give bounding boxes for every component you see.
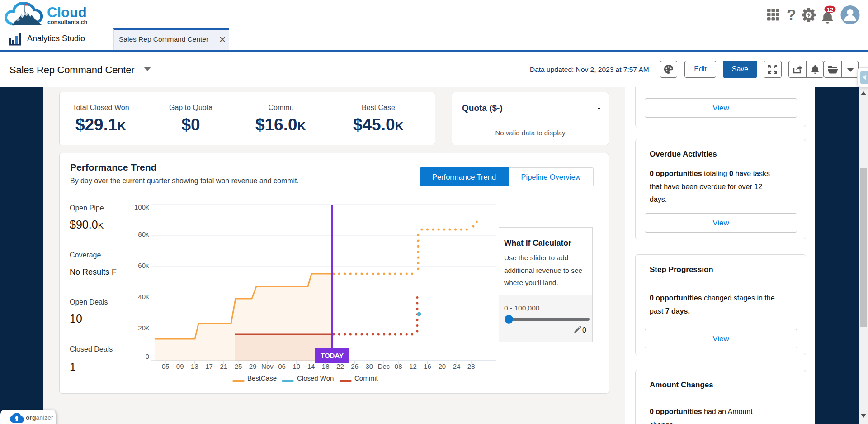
svg-text:26: 26 xyxy=(351,362,359,370)
svg-text:25: 25 xyxy=(235,362,242,370)
svg-text:08: 08 xyxy=(395,362,402,370)
svg-text:10: 10 xyxy=(292,362,300,370)
svg-text:80K: 80K xyxy=(138,230,149,238)
svg-text:12: 12 xyxy=(827,6,833,13)
svg-text:09: 09 xyxy=(176,362,184,370)
svg-text:12: 12 xyxy=(409,362,417,370)
svg-text:28: 28 xyxy=(467,362,475,370)
svg-text:TODAY: TODAY xyxy=(321,352,344,359)
svg-text:06: 06 xyxy=(278,362,286,370)
svg-text:Nov: Nov xyxy=(261,362,274,370)
svg-text:22: 22 xyxy=(336,362,344,370)
svg-text:20K: 20K xyxy=(138,324,149,332)
svg-text:21: 21 xyxy=(220,362,227,370)
svg-text:100K: 100K xyxy=(134,203,149,211)
svg-text:29: 29 xyxy=(249,362,257,370)
svg-text:17: 17 xyxy=(205,362,213,370)
svg-text:20: 20 xyxy=(438,362,446,370)
svg-text:05: 05 xyxy=(162,362,170,370)
svg-text:13: 13 xyxy=(191,362,198,370)
svg-text:24: 24 xyxy=(453,362,461,370)
svg-text:14: 14 xyxy=(307,362,315,370)
svg-text:30: 30 xyxy=(365,362,373,370)
svg-text:18: 18 xyxy=(322,362,330,370)
svg-text:consultants.ch: consultants.ch xyxy=(47,19,87,25)
svg-text:Cloud: Cloud xyxy=(47,5,87,20)
svg-text:40K: 40K xyxy=(138,293,149,300)
svg-text:?: ? xyxy=(787,6,796,23)
svg-text:0: 0 xyxy=(146,353,149,360)
svg-text:Dec: Dec xyxy=(378,362,390,370)
svg-text:16: 16 xyxy=(424,362,431,370)
svg-text:60K: 60K xyxy=(138,262,149,269)
